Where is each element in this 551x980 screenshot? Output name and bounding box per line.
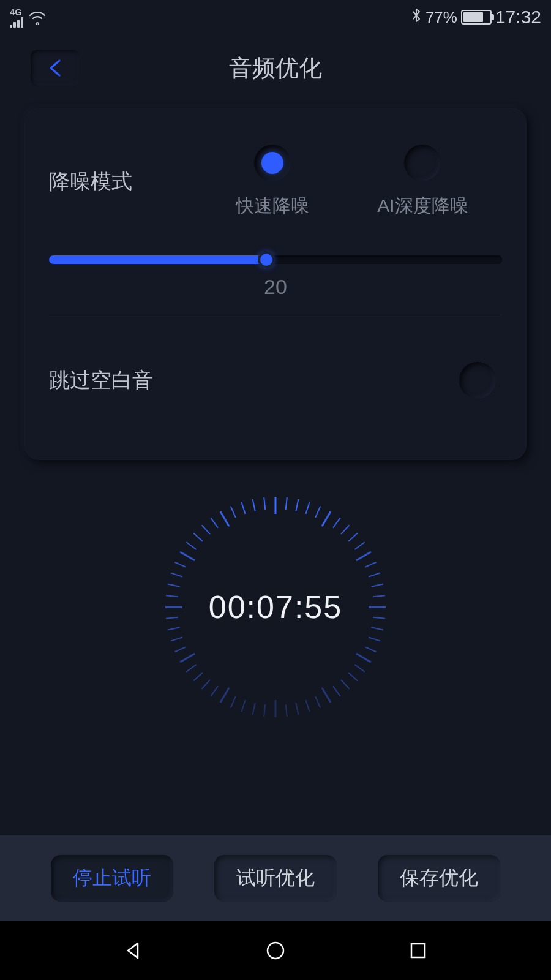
svg-line-38: [193, 673, 203, 680]
svg-line-40: [180, 654, 195, 662]
signal-icon: [10, 17, 23, 28]
svg-line-48: [171, 573, 182, 576]
slider-fill: [49, 255, 266, 264]
svg-line-11: [365, 562, 376, 567]
svg-line-36: [211, 686, 218, 696]
svg-line-57: [241, 502, 245, 514]
slider-track[interactable]: [49, 255, 502, 264]
svg-line-54: [211, 518, 218, 527]
svg-line-25: [322, 688, 331, 703]
svg-line-9: [354, 542, 364, 549]
chevron-left-icon: [47, 59, 63, 77]
svg-line-4: [315, 507, 320, 518]
battery-icon: [461, 10, 492, 24]
nav-back-button[interactable]: [121, 938, 145, 963]
radio-fast-noise[interactable]: 快速降噪: [236, 145, 309, 219]
page-title: 音频优化: [229, 53, 322, 84]
svg-line-44: [166, 617, 178, 619]
network-type: 4G: [10, 7, 22, 17]
bottom-action-bar: 停止试听 试听优化 保存优化: [0, 835, 551, 921]
network-indicator: 4G: [10, 7, 23, 28]
radio-ai-deep-noise[interactable]: AI深度降噪: [377, 145, 468, 219]
wifi-icon: [28, 10, 47, 24]
noise-mode-options: 快速降噪 AI深度降噪: [202, 145, 502, 219]
radio-icon: [254, 145, 291, 181]
svg-line-51: [186, 542, 196, 549]
svg-line-47: [168, 584, 180, 587]
status-left: 4G: [10, 7, 47, 28]
save-optimize-button[interactable]: 保存优化: [378, 855, 500, 902]
skip-silence-label: 跳过空白音: [49, 366, 202, 394]
svg-line-22: [348, 673, 358, 680]
svg-line-14: [373, 595, 385, 597]
svg-line-35: [220, 688, 229, 703]
noise-slider: 20: [49, 237, 502, 299]
svg-line-20: [356, 654, 371, 662]
svg-line-13: [372, 584, 384, 587]
svg-line-16: [373, 617, 385, 619]
svg-line-32: [253, 703, 255, 715]
svg-line-2: [296, 499, 298, 511]
svg-line-3: [305, 502, 309, 514]
svg-point-60: [268, 943, 283, 959]
svg-line-43: [168, 627, 180, 630]
status-right: 77% 17:32: [411, 7, 541, 28]
svg-line-26: [315, 696, 320, 707]
svg-line-34: [231, 696, 236, 707]
slider-value: 20: [264, 275, 287, 299]
svg-rect-61: [411, 944, 425, 957]
svg-line-55: [220, 511, 229, 526]
svg-line-8: [348, 533, 358, 541]
system-nav-bar: [0, 921, 551, 980]
radio-label: 快速降噪: [236, 194, 309, 219]
svg-line-58: [253, 499, 255, 511]
radio-label: AI深度降噪: [377, 194, 468, 219]
svg-line-18: [369, 637, 380, 641]
timer-area: 00:07:55: [0, 491, 551, 723]
svg-line-59: [264, 497, 265, 510]
nav-recent-button[interactable]: [406, 938, 430, 963]
svg-line-24: [333, 686, 340, 696]
back-button[interactable]: [31, 50, 80, 86]
skip-silence-row: 跳过空白音: [49, 331, 502, 442]
battery-percent: 77%: [425, 8, 457, 27]
svg-line-5: [322, 511, 331, 526]
divider: [49, 315, 502, 315]
svg-line-6: [333, 518, 340, 527]
svg-line-7: [341, 525, 349, 534]
svg-line-27: [305, 700, 309, 712]
svg-line-41: [175, 647, 186, 652]
slider-thumb[interactable]: [258, 251, 275, 268]
bluetooth-icon: [411, 7, 422, 28]
preview-optimize-button[interactable]: 试听优化: [214, 855, 337, 902]
clock: 17:32: [495, 7, 541, 28]
svg-line-1: [286, 497, 287, 510]
svg-line-56: [231, 507, 236, 518]
svg-line-39: [186, 665, 196, 672]
svg-line-19: [365, 647, 376, 652]
radio-icon: [404, 145, 441, 181]
svg-line-29: [286, 704, 287, 717]
svg-line-33: [241, 700, 245, 712]
skip-silence-toggle[interactable]: [459, 362, 496, 399]
settings-panel: 降噪模式 快速降噪 AI深度降噪 20 跳过空白音: [24, 108, 527, 460]
noise-mode-label: 降噪模式: [49, 168, 202, 196]
svg-line-12: [369, 573, 380, 576]
svg-line-52: [193, 533, 203, 541]
svg-line-46: [166, 595, 178, 597]
svg-line-21: [354, 665, 364, 672]
svg-line-42: [171, 637, 182, 641]
timer-circle: 00:07:55: [159, 491, 392, 723]
status-bar: 4G 77% 17:32: [0, 0, 551, 34]
svg-line-53: [202, 525, 210, 534]
svg-line-37: [202, 680, 210, 689]
header: 音频优化: [0, 34, 551, 102]
tick-ring-icon: [159, 491, 392, 723]
nav-home-button[interactable]: [263, 938, 288, 963]
svg-line-50: [180, 552, 195, 560]
svg-line-17: [372, 627, 384, 630]
svg-line-49: [175, 562, 186, 567]
stop-preview-button[interactable]: 停止试听: [51, 855, 173, 902]
svg-line-28: [296, 703, 298, 715]
svg-line-10: [356, 552, 371, 560]
